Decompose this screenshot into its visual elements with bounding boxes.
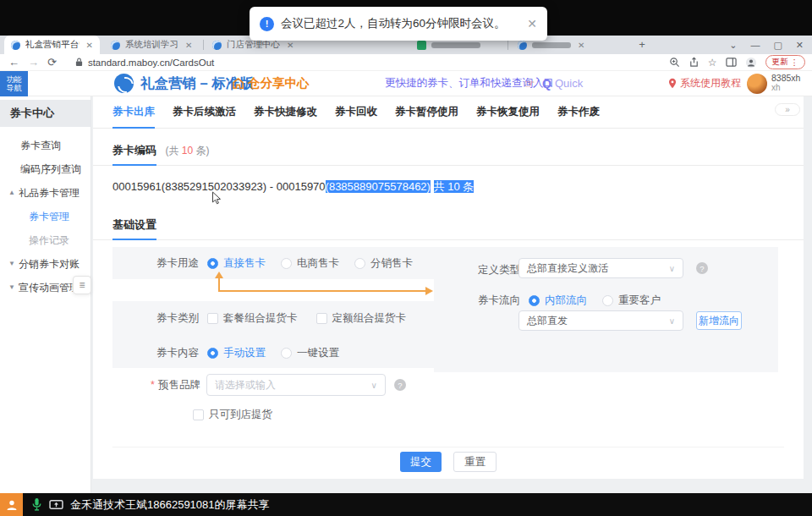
side-panel-icon[interactable] xyxy=(726,57,737,68)
tab-close-icon[interactable]: ✕ xyxy=(287,41,294,50)
favicon-icon xyxy=(11,41,20,50)
tab-close-icon[interactable]: ✕ xyxy=(86,41,93,50)
tab-card-recycle[interactable]: 券卡回收 xyxy=(335,105,377,128)
more-dots-icon: ⋮ xyxy=(791,58,799,67)
sidebar: 券卡中心 券卡查询 编码序列查询 ▲ 礼品券卡管理 券卡管理 操作记录 ▼ 分销… xyxy=(0,96,91,493)
form-footer: 提交 重置 xyxy=(112,447,784,472)
sidebar-item-code-sequence-query[interactable]: 编码序列查询 xyxy=(0,157,91,181)
tab-title-illegible xyxy=(532,42,571,48)
tab-card-suspend[interactable]: 券卡暂停使用 xyxy=(395,105,458,128)
microphone-icon[interactable] xyxy=(31,497,42,512)
sidebar-item-operation-log[interactable]: 操作记录 xyxy=(0,228,91,252)
triangle-down-icon: ▼ xyxy=(8,252,15,276)
function-nav-button[interactable]: 功能 导航 xyxy=(0,71,28,96)
tab-title: 礼盒营销平台管理中心 xyxy=(25,39,80,51)
radio-ecommerce-sale[interactable] xyxy=(281,258,292,269)
quick-q-icon[interactable]: Q xyxy=(542,77,551,91)
chevron-down-icon: ∨ xyxy=(669,316,675,326)
chevron-down-icon: ∨ xyxy=(669,264,675,273)
tab-close-icon[interactable]: ✕ xyxy=(578,41,584,50)
reload-icon[interactable]: ⟳ xyxy=(47,56,57,69)
tab-card-quick-modify[interactable]: 券卡快捷修改 xyxy=(254,105,317,128)
sidebar-collapse-toggle[interactable]: ≡ xyxy=(73,276,91,294)
sharer-avatar xyxy=(0,493,23,516)
app-logo-icon xyxy=(114,74,134,93)
person-icon xyxy=(5,498,19,512)
tab-separator xyxy=(203,40,204,50)
presale-brand-label: 预售品牌 xyxy=(158,378,200,392)
mouse-cursor-icon xyxy=(211,191,222,206)
reset-button[interactable]: 重置 xyxy=(453,452,497,472)
user-avatar[interactable] xyxy=(747,74,767,94)
sidebar-group-distribution-reconciliation[interactable]: ▼ 分销券卡对账 xyxy=(0,252,91,276)
tab-close-icon[interactable]: ✕ xyxy=(185,41,192,50)
tab-search-icon[interactable]: ⌄ xyxy=(729,40,737,51)
info-icon: ! xyxy=(260,17,274,31)
window-close-button[interactable]: ✕ xyxy=(796,40,804,51)
new-tab-button[interactable]: + xyxy=(634,37,650,52)
radio-important-customer[interactable] xyxy=(602,295,613,306)
sidebar-item-card-query[interactable]: 券卡查询 xyxy=(0,134,91,157)
favicon-icon xyxy=(518,41,527,50)
triangle-up-icon: ▲ xyxy=(8,181,15,205)
checkbox-store-pickup-only[interactable] xyxy=(193,409,204,420)
zoom-icon[interactable] xyxy=(669,57,680,68)
store-only-row: 只可到店提货 xyxy=(193,408,272,422)
section-title: 券卡编码 xyxy=(112,143,156,166)
radio-distribution-sale[interactable] xyxy=(354,258,365,269)
screen-share-bar: 金禾通技术王斌18662591081的屏幕共享 xyxy=(0,493,812,516)
flow-select[interactable]: 总部直发 ∨ xyxy=(518,310,683,331)
selected-code: (8385889075578462) xyxy=(326,180,431,193)
house-icon xyxy=(232,77,244,90)
window-maximize-button[interactable]: ▢ xyxy=(773,40,782,51)
checkbox-combo-pickup-card[interactable] xyxy=(207,313,218,324)
radio-direct-sale[interactable] xyxy=(207,258,218,269)
address-bar[interactable]: standard.maboy.cn/CardsOut xyxy=(88,58,214,68)
system-tutorial-link[interactable]: 系统使用教程 xyxy=(668,76,741,91)
tab-card-void[interactable]: 券卡作废 xyxy=(557,105,600,128)
basic-settings-section-header: 基础设置 xyxy=(93,217,804,240)
favicon-icon xyxy=(417,41,426,50)
tab-card-resume[interactable]: 券卡恢复使用 xyxy=(476,105,540,128)
screen-share-icon[interactable] xyxy=(49,499,63,511)
browser-update-button[interactable]: 更新 ⋮ xyxy=(765,55,806,69)
window-minimize-button[interactable]: — xyxy=(750,40,760,50)
pointer-hand-icon: ☞ xyxy=(524,77,535,91)
add-flow-button[interactable]: 新增流向 xyxy=(696,311,742,330)
chevron-down-icon: ∨ xyxy=(371,381,377,390)
radio-internal-flow[interactable] xyxy=(529,295,540,306)
content-label: 券卡内容 xyxy=(156,346,199,360)
presale-brand-help-icon[interactable]: ? xyxy=(394,379,406,391)
presale-brand-select[interactable]: 请选择或输入 ∨ xyxy=(206,374,386,396)
radio-manual-setup[interactable] xyxy=(207,348,218,359)
quick-link[interactable]: Quick xyxy=(555,77,583,90)
submit-button[interactable]: 提交 xyxy=(400,452,442,472)
checkbox-fixed-combo-pickup-card[interactable] xyxy=(316,313,327,324)
location-pin-icon xyxy=(668,78,677,89)
profile-icon[interactable] xyxy=(745,57,757,69)
usage-label: 券卡用途 xyxy=(156,256,199,271)
lock-icon xyxy=(75,58,83,67)
warehouse-share-center-link[interactable]: 仓分享中心 xyxy=(232,75,310,91)
card-code-range[interactable]: 00015961(8385291502033923) - 00015970(83… xyxy=(112,179,474,195)
tab-card-outbound[interactable]: 券卡出库 xyxy=(112,105,155,129)
tab-card-followup-activation[interactable]: 券卡后续激活 xyxy=(173,105,236,128)
back-icon[interactable]: ← xyxy=(8,56,19,69)
main-panel: » 券卡出库 券卡后续激活 券卡快捷修改 券卡回收 券卡暂停使用 券卡恢复使用 … xyxy=(93,96,804,479)
share-icon[interactable] xyxy=(689,57,700,68)
browser-tab-2[interactable]: 系统培训学习 ✕ xyxy=(104,36,200,54)
define-type-select[interactable]: 总部直接定义激活 ∨ xyxy=(518,258,683,278)
forward-icon[interactable]: → xyxy=(28,56,39,69)
sidebar-item-card-management[interactable]: 券卡管理 xyxy=(0,205,91,228)
radio-one-click-setup[interactable] xyxy=(281,348,292,359)
toast-close-icon[interactable]: ✕ xyxy=(527,17,537,30)
menu-icon: ≡ xyxy=(79,279,85,291)
codes-count: (共 10 条) xyxy=(165,145,209,156)
required-asterisk: * xyxy=(151,379,155,391)
bookmark-star-icon[interactable]: ☆ xyxy=(708,57,717,69)
category-content-panel: 券卡类别 套餐组合提货卡 定额组合提货卡 券卡内容 手动设置 一键设置 xyxy=(112,301,434,368)
card-tabs: 券卡出库 券卡后续激活 券卡快捷修改 券卡回收 券卡暂停使用 券卡恢复使用 券卡… xyxy=(93,105,804,129)
define-type-help-icon[interactable]: ? xyxy=(696,262,708,274)
browser-tab-1[interactable]: 礼盒营销平台管理中心 ✕ xyxy=(4,36,100,54)
sidebar-group-gift-card-management[interactable]: ▲ 礼品券卡管理 xyxy=(0,181,91,205)
